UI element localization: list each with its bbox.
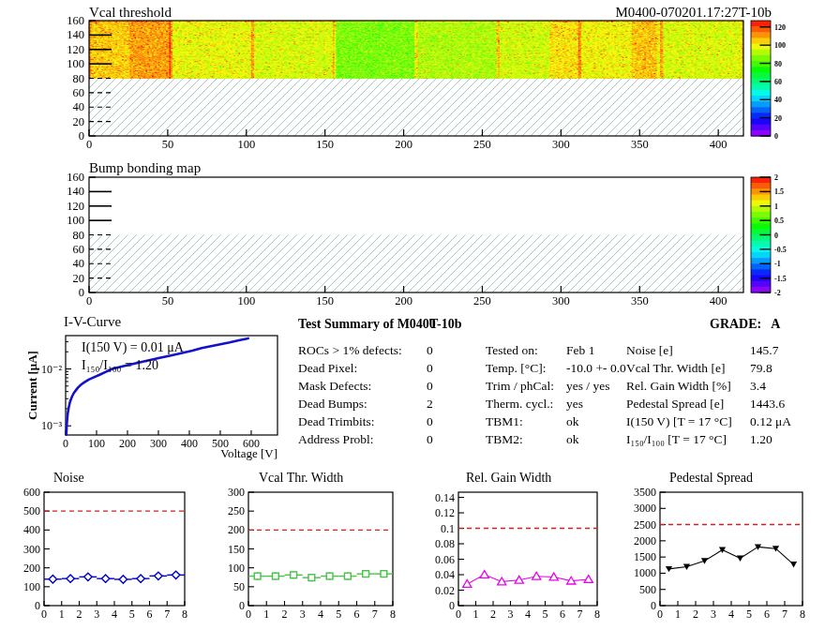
summary-item-value: yes bbox=[566, 397, 583, 412]
svg-text:80: 80 bbox=[73, 72, 85, 85]
summary-item-label: Temp. [°C]: bbox=[486, 361, 546, 376]
svg-text:1500: 1500 bbox=[634, 550, 656, 563]
summary-title-text: Test Summary of M0400 bbox=[298, 317, 436, 331]
svg-text:120: 120 bbox=[67, 200, 84, 213]
svg-text:150: 150 bbox=[316, 138, 334, 151]
svg-text:1: 1 bbox=[263, 608, 269, 621]
summary-item-label: Tested on: bbox=[486, 343, 538, 358]
module-id: M0400-070201.17:27T-10b bbox=[615, 5, 772, 21]
summary-subtitle: T-10b bbox=[429, 315, 462, 332]
svg-text:3: 3 bbox=[94, 608, 99, 621]
svg-text:8: 8 bbox=[390, 608, 396, 621]
grade-value: A bbox=[771, 317, 780, 331]
svg-text:2500: 2500 bbox=[634, 518, 656, 532]
svg-text:400: 400 bbox=[710, 294, 728, 308]
svg-text:0: 0 bbox=[651, 599, 656, 612]
svg-text:2: 2 bbox=[490, 608, 496, 621]
summary-row: Dead Trimbits:0TBM1:okI(150 V) [T = 17 °… bbox=[0, 414, 840, 432]
summary-item-value: 2 bbox=[427, 397, 433, 412]
svg-text:50: 50 bbox=[233, 580, 245, 593]
vcal-map-title: Vcal threshold bbox=[89, 5, 172, 21]
svg-text:400: 400 bbox=[710, 138, 728, 151]
svg-text:100: 100 bbox=[23, 580, 40, 593]
svg-text:600: 600 bbox=[23, 486, 40, 499]
svg-text:-0.5: -0.5 bbox=[774, 246, 787, 254]
svg-text:20: 20 bbox=[774, 114, 782, 123]
summary-item-value: ok bbox=[566, 432, 579, 447]
svg-text:300: 300 bbox=[228, 486, 245, 499]
svg-text:0: 0 bbox=[774, 232, 778, 240]
svg-text:160: 160 bbox=[67, 14, 84, 27]
svg-text:6: 6 bbox=[764, 608, 770, 621]
svg-text:80: 80 bbox=[73, 229, 85, 242]
summary-item-label: I(150 V) [T = 17 °C] bbox=[626, 414, 732, 429]
rel-gain-plot-title: Rel. Gain Width bbox=[466, 471, 551, 486]
summary-item-value: 0 bbox=[427, 414, 433, 429]
grade-badge: GRADE: A bbox=[710, 315, 780, 332]
svg-text:160: 160 bbox=[67, 171, 84, 184]
svg-text:4: 4 bbox=[728, 608, 734, 621]
svg-text:3: 3 bbox=[711, 608, 716, 621]
summary-item-label: Rel. Gain Width [%] bbox=[626, 379, 731, 394]
svg-text:5: 5 bbox=[129, 608, 135, 621]
svg-text:6: 6 bbox=[147, 608, 153, 621]
svg-text:2: 2 bbox=[282, 608, 288, 621]
svg-text:0: 0 bbox=[35, 599, 40, 612]
svg-text:3: 3 bbox=[508, 608, 514, 621]
svg-text:0: 0 bbox=[41, 608, 47, 621]
svg-text:0: 0 bbox=[246, 608, 251, 621]
svg-text:2: 2 bbox=[693, 608, 698, 621]
iv-curve-title: I-V-Curve bbox=[64, 314, 121, 330]
summary-item-value: 0 bbox=[427, 361, 433, 376]
svg-text:0.5: 0.5 bbox=[774, 217, 784, 225]
summary-item-value: 79.8 bbox=[750, 361, 772, 376]
summary-item-label: Dead Bumps: bbox=[298, 397, 368, 412]
svg-text:4: 4 bbox=[318, 608, 323, 621]
svg-text:0.06: 0.06 bbox=[435, 553, 455, 566]
svg-text:40: 40 bbox=[73, 100, 85, 113]
svg-text:200: 200 bbox=[228, 523, 245, 536]
grade-label: GRADE: bbox=[710, 317, 761, 331]
svg-text:0: 0 bbox=[456, 608, 461, 621]
svg-text:0: 0 bbox=[79, 129, 84, 142]
svg-text:2: 2 bbox=[77, 608, 82, 621]
svg-text:140: 140 bbox=[67, 28, 84, 41]
summary-item-value: 1443.6 bbox=[750, 397, 785, 412]
svg-text:7: 7 bbox=[372, 608, 378, 621]
svg-text:200: 200 bbox=[23, 562, 40, 575]
svg-text:-2: -2 bbox=[774, 289, 781, 297]
summary-item-label: Dead Trimbits: bbox=[298, 414, 374, 429]
summary-item-value: Feb 1 bbox=[566, 343, 594, 358]
svg-text:60: 60 bbox=[774, 78, 782, 86]
svg-text:0: 0 bbox=[449, 599, 455, 612]
svg-text:120: 120 bbox=[67, 43, 84, 56]
summary-item-value: -10.0 +- 0.0 bbox=[566, 361, 626, 376]
svg-text:100: 100 bbox=[237, 138, 255, 151]
summary-row: ROCs > 1% defects:0Tested on:Feb 1Noise … bbox=[0, 343, 840, 361]
svg-text:100: 100 bbox=[228, 562, 245, 575]
bump-map-title: Bump bonding map bbox=[89, 160, 201, 176]
svg-text:0.02: 0.02 bbox=[435, 584, 455, 597]
svg-text:100: 100 bbox=[67, 57, 84, 70]
module-test-report: 0204060801001201401600501001502002503003… bbox=[0, 0, 840, 630]
svg-text:350: 350 bbox=[631, 294, 649, 308]
svg-text:400: 400 bbox=[23, 523, 40, 536]
noise-plot-title: Noise bbox=[53, 471, 84, 486]
svg-text:1000: 1000 bbox=[634, 566, 656, 579]
svg-text:0.08: 0.08 bbox=[435, 537, 455, 550]
svg-text:300: 300 bbox=[23, 543, 40, 556]
svg-text:1: 1 bbox=[473, 608, 479, 621]
summary-item-label: TBM1: bbox=[486, 414, 523, 429]
svg-text:3: 3 bbox=[300, 608, 306, 621]
svg-text:6: 6 bbox=[560, 608, 565, 621]
svg-text:40: 40 bbox=[73, 257, 85, 270]
summary-item-value: 0 bbox=[427, 432, 433, 447]
svg-text:100: 100 bbox=[774, 41, 786, 50]
svg-text:50: 50 bbox=[162, 138, 174, 151]
summary-item-value: 0 bbox=[427, 379, 433, 394]
svg-text:8: 8 bbox=[594, 608, 600, 621]
svg-text:7: 7 bbox=[578, 608, 583, 621]
svg-text:1: 1 bbox=[774, 202, 778, 211]
svg-text:80: 80 bbox=[774, 60, 782, 68]
svg-text:250: 250 bbox=[228, 504, 245, 518]
